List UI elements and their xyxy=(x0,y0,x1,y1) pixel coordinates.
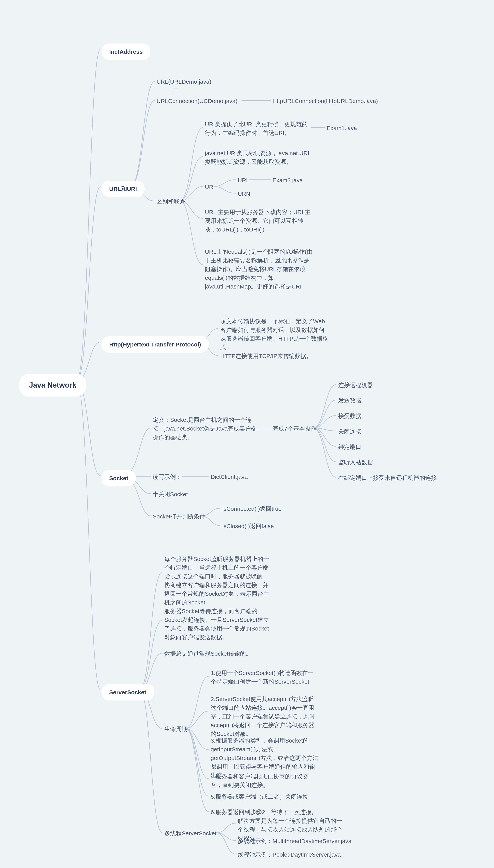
leaf-op3[interactable]: 接受数据 xyxy=(338,411,361,420)
leaf-sdef[interactable]: 定义：Socket是两台主机之间的一个连接。java.net.Socket类是J… xyxy=(153,416,261,442)
leaf-h2[interactable]: HTTP连接使用TCP/IP来传输数据。 xyxy=(220,352,312,360)
leaf-op4[interactable]: 关闭连接 xyxy=(338,427,361,436)
leaf-sops[interactable]: 完成7个基本操作 xyxy=(272,424,317,433)
leaf-l6[interactable]: 6.服务器返回到步骤2，等待下一次连接。 xyxy=(211,808,317,816)
leaf-diff[interactable]: 区别和联系 xyxy=(156,197,186,206)
leaf-l1[interactable]: 1.使用一个ServerSocket( )构造函数在一个特定端口创建一个新的Se… xyxy=(211,669,319,686)
leaf-url[interactable]: URL(URLDemo.java) xyxy=(156,77,211,86)
branch-socket[interactable]: Socket xyxy=(101,470,136,486)
root-node[interactable]: Java Network xyxy=(19,374,86,397)
leaf-mt3[interactable]: 线程池示例：PooledDaytimeServer.java xyxy=(238,850,341,859)
branch-urluri[interactable]: URL和URI xyxy=(101,181,145,197)
leaf-ss1[interactable]: 每个服务器Socket监听服务器机器上的一个特定端口。当远程主机上的一个客户端尝… xyxy=(164,555,272,607)
leaf-d1[interactable]: URI类提供了比URL类更精确、更规范的行为，在编码操作时，首选URI。 xyxy=(205,120,313,137)
leaf-mt2[interactable]: 多线程示例：MultithreadDaytimeServer.java xyxy=(238,837,352,845)
leaf-httpurlconn[interactable]: HttpURLConnection(HttpURLDemo.java) xyxy=(272,97,378,105)
leaf-exam2[interactable]: Exam2.java xyxy=(272,176,303,185)
leaf-l5[interactable]: 5.服务器或客户端（或二者）关闭连接。 xyxy=(211,792,314,801)
leaf-mt[interactable]: 多线程ServerSocket xyxy=(164,829,216,838)
leaf-oc1[interactable]: isConnected( )返回true xyxy=(222,504,282,513)
branch-inetaddress[interactable]: InetAddress xyxy=(101,43,150,60)
branch-serversocket[interactable]: ServerSocket xyxy=(101,684,154,700)
leaf-op6[interactable]: 监听入站数据 xyxy=(338,458,373,467)
leaf-d2[interactable]: java.net.URI类只标识资源，java.net.URL类既能标识资源，又… xyxy=(205,149,313,166)
leaf-open[interactable]: Socket打开判断条件 xyxy=(153,512,205,521)
leaf-l2[interactable]: 2.ServerSocket使用其accept( )方法监听这个端口的入站连接。… xyxy=(211,695,319,738)
leaf-op7[interactable]: 在绑定端口上接受来自远程机器的连接 xyxy=(338,474,437,482)
branch-http[interactable]: Http(Hypertext Transfer Protocol) xyxy=(101,336,209,353)
leaf-urlconn[interactable]: URLConnection(UCDemo.java) xyxy=(156,97,238,105)
leaf-d1e[interactable]: Exam1.java xyxy=(327,124,357,132)
leaf-uriurn[interactable]: URN xyxy=(238,189,250,198)
leaf-d4[interactable]: URL上的equals( )是一个阻塞的I/O操作(由于主机比较需要名称解析，因… xyxy=(205,247,313,291)
leaf-ss2[interactable]: 服务器Socket等待连接，而客户端的Socket发起连接。一旦ServerSo… xyxy=(164,607,272,641)
leaf-d3[interactable]: URL 主要用于从服务器下载内容；URI 主要用来标识一个资源。它们可以互相转换… xyxy=(205,208,313,234)
leaf-rw[interactable]: 读写示例： xyxy=(153,472,182,481)
leaf-op5[interactable]: 绑定端口 xyxy=(338,443,361,451)
leaf-half[interactable]: 半关闭Socket xyxy=(153,490,188,499)
leaf-oc2[interactable]: isClosed( )返回false xyxy=(222,522,274,531)
leaf-op1[interactable]: 连接远程机器 xyxy=(338,381,373,389)
leaf-uri[interactable]: URI xyxy=(205,182,215,191)
leaf-rwf[interactable]: DictClient.java xyxy=(211,472,248,481)
leaf-h1[interactable]: 超文本传输协议是一个标准，定义了Web客户端如何与服务器对话，以及数据如何从服务… xyxy=(220,317,328,352)
leaf-l4[interactable]: 4.服务器和客户端根据已协商的协议交互，直到要关闭连接。 xyxy=(211,772,319,789)
leaf-uriurl[interactable]: URL xyxy=(238,176,249,185)
leaf-ss3[interactable]: 数据总是通过常规Socket传输的。 xyxy=(164,649,252,658)
leaf-op2[interactable]: 发送数据 xyxy=(338,396,361,405)
leaf-life[interactable]: 生命周期 xyxy=(164,725,188,733)
